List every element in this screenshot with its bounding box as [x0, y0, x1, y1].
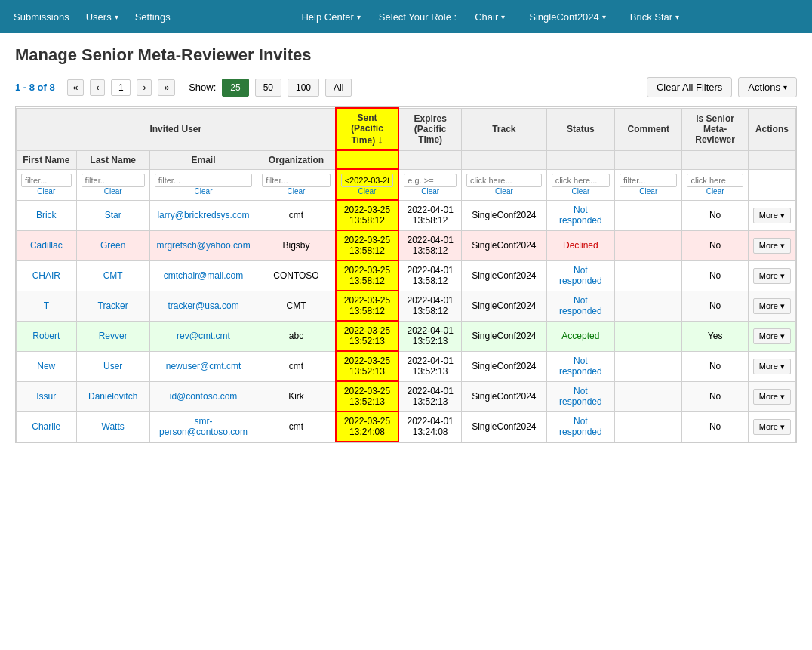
cell-email[interactable]: rev@cmt.cmt: [149, 321, 257, 351]
last-name-filter-input[interactable]: [82, 174, 145, 187]
cell-is-senior: No: [682, 291, 748, 321]
cell-comment: [615, 291, 682, 321]
cell-first-name[interactable]: Charlie: [17, 411, 77, 442]
show-100-button[interactable]: 100: [288, 79, 319, 97]
cell-email[interactable]: tracker@usa.com: [149, 291, 257, 321]
last-name-header[interactable]: Last Name: [76, 150, 149, 169]
cell-status: Declined: [546, 230, 614, 260]
more-button[interactable]: More ▾: [753, 238, 791, 254]
clear-expires-filter[interactable]: Clear: [404, 187, 457, 196]
cell-organization: Bigsby: [257, 230, 336, 260]
cell-last-name[interactable]: Watts: [76, 411, 149, 442]
comment-filter-input[interactable]: [620, 174, 677, 187]
cell-email[interactable]: newuser@cmt.cmt: [149, 351, 257, 381]
cell-actions: More ▾: [748, 200, 795, 230]
clear-last-name-filter[interactable]: Clear: [82, 187, 145, 196]
cell-expires: 2022-04-01 13:58:12: [398, 200, 461, 230]
cell-is-senior: No: [682, 411, 748, 442]
chair-caret-icon: ▾: [501, 13, 505, 21]
first-name-filter-input[interactable]: [21, 174, 72, 187]
status-filter-input[interactable]: [552, 174, 610, 187]
clear-first-name-filter[interactable]: Clear: [21, 187, 72, 196]
cell-first-name[interactable]: Brick: [17, 200, 77, 230]
nav-settings[interactable]: Settings: [129, 8, 177, 26]
cell-last-name[interactable]: Tracker: [76, 291, 149, 321]
cell-comment: [615, 260, 682, 291]
email-header[interactable]: Email: [149, 150, 257, 169]
pagination-prev[interactable]: ‹: [90, 79, 105, 96]
organization-header[interactable]: Organization: [257, 150, 336, 169]
filter-first-name: Clear: [17, 169, 77, 200]
cell-track: SingleConf2024: [462, 411, 547, 442]
nav-chair[interactable]: Chair ▾: [469, 8, 511, 26]
track-filter-input[interactable]: [466, 174, 542, 187]
sent-header[interactable]: Sent (Pacific Time) ↓: [336, 108, 399, 150]
cell-last-name[interactable]: User: [76, 351, 149, 381]
cell-email[interactable]: larry@brickredsys.com: [149, 200, 257, 230]
cell-actions: More ▾: [748, 230, 795, 260]
nav-role-label: Select Your Role :: [379, 11, 457, 23]
cell-expires: 2022-04-01 13:58:12: [398, 230, 461, 260]
pagination-first[interactable]: «: [67, 79, 85, 96]
clear-is-senior-filter[interactable]: Clear: [687, 187, 743, 196]
clear-comment-filter[interactable]: Clear: [620, 187, 677, 196]
cell-first-name[interactable]: New: [17, 351, 77, 381]
cell-first-name[interactable]: CHAIR: [17, 260, 77, 291]
more-button[interactable]: More ▾: [753, 359, 791, 374]
show-50-button[interactable]: 50: [255, 79, 281, 97]
cell-email[interactable]: smr-person@contoso.com: [149, 411, 257, 442]
cell-first-name[interactable]: Issur: [17, 381, 77, 411]
cell-first-name[interactable]: T: [17, 291, 77, 321]
clear-all-filters-button[interactable]: Clear All Filters: [647, 77, 732, 97]
actions-button[interactable]: Actions ▾: [738, 77, 797, 97]
email-filter-input[interactable]: [155, 174, 253, 187]
cell-sent: 2022-03-25 13:24:08: [336, 411, 399, 442]
sent-filter-input[interactable]: [341, 174, 394, 187]
cell-last-name[interactable]: Revver: [76, 321, 149, 351]
cell-last-name[interactable]: Star: [76, 200, 149, 230]
more-button[interactable]: More ▾: [753, 268, 791, 284]
cell-last-name[interactable]: Danielovitch: [76, 381, 149, 411]
clear-track-filter[interactable]: Clear: [466, 187, 542, 196]
nav-users[interactable]: Users ▾: [80, 8, 125, 26]
more-button[interactable]: More ▾: [753, 389, 791, 405]
nav-submissions[interactable]: Submissions: [8, 8, 75, 26]
clear-email-filter[interactable]: Clear: [155, 187, 253, 196]
clear-status-filter[interactable]: Clear: [552, 187, 610, 196]
cell-organization: cmt: [257, 351, 336, 381]
cell-last-name[interactable]: Green: [76, 230, 149, 260]
cell-last-name[interactable]: CMT: [76, 260, 149, 291]
show-25-button[interactable]: 25: [222, 79, 248, 97]
is-senior-filter-input[interactable]: [687, 174, 743, 187]
more-button[interactable]: More ▾: [753, 208, 791, 223]
first-name-header[interactable]: First Name: [17, 150, 77, 169]
table-row: CHAIRCMTcmtchair@mail.comCONTOSO2022-03-…: [17, 260, 796, 291]
clear-organization-filter[interactable]: Clear: [262, 187, 330, 196]
user-caret-icon: ▾: [675, 13, 679, 21]
more-button[interactable]: More ▾: [753, 419, 791, 435]
cell-first-name[interactable]: Robert: [17, 321, 77, 351]
cell-first-name[interactable]: Cadillac: [17, 230, 77, 260]
filter-organization: Clear: [257, 169, 336, 200]
navbar-center: Help Center ▾ Select Your Role : Chair ▾…: [177, 8, 804, 26]
cell-expires: 2022-04-01 13:52:13: [398, 381, 461, 411]
cell-email[interactable]: cmtchair@mail.com: [149, 260, 257, 291]
cell-organization: cmt: [257, 411, 336, 442]
sent-col-placeholder: [336, 150, 399, 169]
pagination-next[interactable]: ›: [137, 79, 152, 96]
more-button[interactable]: More ▾: [753, 328, 791, 344]
nav-conf[interactable]: SingleConf2024 ▾: [523, 8, 612, 26]
more-button[interactable]: More ▾: [753, 298, 791, 314]
clear-sent-filter[interactable]: Clear: [341, 187, 394, 196]
pagination-last[interactable]: »: [158, 79, 175, 96]
show-all-button[interactable]: All: [325, 79, 352, 97]
cell-organization: CMT: [257, 291, 336, 321]
expires-filter-input[interactable]: [404, 174, 457, 187]
cell-status: Not responded: [546, 200, 614, 230]
nav-help-center[interactable]: Help Center ▾: [295, 8, 366, 26]
cell-email[interactable]: id@contoso.com: [149, 381, 257, 411]
cell-email[interactable]: mrgretsch@yahoo.com: [149, 230, 257, 260]
pagination-current: 1: [111, 79, 131, 96]
nav-user[interactable]: Brick Star ▾: [624, 8, 685, 26]
organization-filter-input[interactable]: [262, 174, 330, 187]
